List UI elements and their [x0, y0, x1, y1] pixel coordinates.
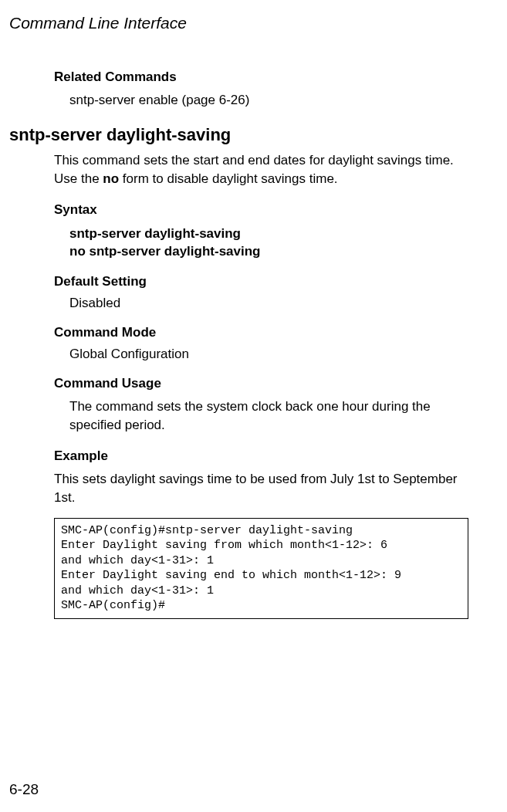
- syntax-line-2: no sntp-server daylight-saving: [69, 243, 484, 261]
- section-heading: sntp-server daylight-saving: [9, 125, 484, 145]
- example-description: This sets daylight savings time to be us…: [54, 470, 476, 507]
- example-code-block: SMC-AP(config)#sntp-server daylight-savi…: [54, 518, 468, 619]
- section-description: This command sets the start and end date…: [54, 151, 476, 188]
- default-setting-value: Disabled: [69, 296, 484, 311]
- command-usage-text: The command sets the system clock back o…: [69, 398, 476, 435]
- command-usage-heading: Command Usage: [54, 376, 484, 391]
- description-bold: no: [103, 171, 119, 186]
- related-commands-heading: Related Commands: [54, 69, 484, 85]
- related-command-item: sntp-server enable (page 6-26): [69, 93, 484, 108]
- page-number: 6-28: [9, 781, 39, 798]
- description-post: form to disable daylight savings time.: [119, 171, 337, 186]
- command-mode-value: Global Configuration: [69, 347, 484, 362]
- content-area: Related Commands sntp-server enable (pag…: [0, 69, 507, 619]
- syntax-line-1: sntp-server daylight-saving: [69, 225, 484, 243]
- page-header: Command Line Interface: [0, 0, 507, 32]
- example-heading: Example: [54, 448, 484, 464]
- default-setting-heading: Default Setting: [54, 274, 484, 289]
- syntax-lines: sntp-server daylight-saving no sntp-serv…: [69, 225, 484, 261]
- command-mode-heading: Command Mode: [54, 325, 484, 340]
- syntax-heading: Syntax: [54, 202, 484, 218]
